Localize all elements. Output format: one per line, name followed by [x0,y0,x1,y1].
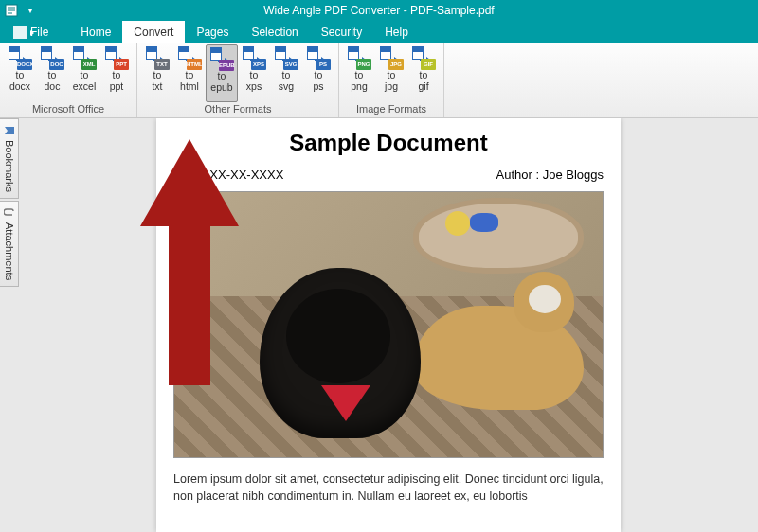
convert-to-ppt-button[interactable]: PPTtoppt [100,44,133,102]
doc-image [173,191,604,458]
rbtn-label-line1: to [355,70,364,80]
convert-to-docx-button[interactable]: DOCXtodocx [4,44,36,102]
file-doc-icon: DOC [41,46,63,69]
rbtn-label-line2: gif [418,81,428,92]
side-tab-bookmarks[interactable]: Bookmarks [0,118,19,199]
menu-bar: File HomeConvertPagesSelectionSecurityHe… [0,21,758,43]
rbtn-label-line2: doc [45,81,61,92]
menu-selection[interactable]: Selection [240,21,309,43]
rbtn-label-line1: to [113,70,121,80]
ribbon-group-label: Image Formats [356,102,426,117]
rbtn-label-line1: to [153,70,162,80]
ribbon-group-image-formats: PNGtopngJPGtojpgGIFtogifImage Formats [339,43,444,117]
convert-to-epub-button[interactable]: EPUBtoepub [206,44,238,102]
rbtn-label-line2: png [351,81,368,92]
file-html-icon: HTML [178,46,201,69]
rbtn-label-line2: svg [279,81,294,92]
rbtn-label-line2: jpg [385,81,398,92]
convert-to-excel-button[interactable]: XMLtoexcel [68,44,100,102]
menu-help[interactable]: Help [373,21,420,43]
app-icon [4,3,19,18]
pdf-page: Sample Document Date : XX-XX-XXXX Author… [156,118,621,532]
convert-to-gif-button[interactable]: GIFtogif [407,44,440,102]
file-xps-icon: XPS [243,46,265,69]
window-title: Wide Angle PDF Converter - PDF-Sample.pd… [0,4,758,17]
title-bar: ▾ Wide Angle PDF Converter - PDF-Sample.… [0,0,758,21]
menu-convert[interactable]: Convert [122,21,185,43]
side-tab-attachments[interactable]: Attachments [0,201,19,287]
ribbon-group-other-formats: TXTtotxtHTMLtohtmlEPUBtoepubXPStoxpsSVGt… [137,43,339,117]
convert-to-doc-button[interactable]: DOCtodoc [36,44,68,102]
file-gif-icon: GIF [412,46,435,69]
menu-pages[interactable]: Pages [185,21,240,43]
rbtn-label-line2: excel [73,81,97,92]
convert-to-svg-button[interactable]: SVGtosvg [270,44,302,102]
rbtn-label-line1: to [218,71,226,81]
workspace: Bookmarks Attachments Sample Document Da… [0,118,758,532]
rbtn-label-line2: epub [210,82,232,93]
convert-to-ps-button[interactable]: PStops [302,44,334,102]
menu-security[interactable]: Security [310,21,373,43]
file-png-icon: PNG [348,46,370,69]
rbtn-label-line1: to [388,70,396,80]
qat-customize-icon[interactable]: ▾ [28,7,32,15]
file-ps-icon: PS [307,46,330,69]
file-excel-icon: XML [73,46,96,69]
bookmark-icon [4,125,15,136]
ribbon-group-label: Microsoft Office [32,102,104,117]
rbtn-label-line1: to [16,70,25,80]
ribbon-group-label: Other Formats [205,102,272,117]
file-txt-icon: TXT [146,46,169,69]
rbtn-label-line1: to [186,70,194,80]
doc-body-text: Lorem ipsum dolor sit amet, consectetur … [173,471,604,505]
side-tabs: Bookmarks Attachments [0,118,19,532]
convert-to-html-button[interactable]: HTMLtohtml [173,44,206,102]
menu-file[interactable]: File [2,21,69,43]
rbtn-label-line2: ps [313,81,323,92]
rbtn-label-line2: xps [246,81,262,92]
rbtn-label-line1: to [48,70,57,80]
rbtn-label-line1: to [81,70,89,80]
rbtn-label-line2: txt [152,81,162,92]
doc-author: Author : Joe Bloggs [496,168,604,182]
side-tab-bookmarks-label: Bookmarks [4,140,15,192]
rbtn-label-line1: to [282,70,291,80]
document-viewport[interactable]: Sample Document Date : XX-XX-XXXX Author… [19,118,758,532]
file-ppt-icon: PPT [105,46,128,69]
menu-home[interactable]: Home [69,21,122,43]
convert-to-png-button[interactable]: PNGtopng [343,44,375,102]
file-svg-icon: SVG [275,46,298,69]
ribbon-group-microsoft-office: DOCXtodocxDOCtodocXMLtoexcelPPTtopptMicr… [0,43,137,117]
page-title: Sample Document [173,130,604,156]
rbtn-label-line1: to [315,70,323,80]
rbtn-label-line2: ppt [110,81,124,92]
file-epub-icon: EPUB [210,47,233,70]
paperclip-icon [4,207,15,219]
side-tab-attachments-label: Attachments [4,222,15,280]
file-jpg-icon: JPG [380,46,403,69]
ribbon: DOCXtodocxDOCtodocXMLtoexcelPPTtopptMicr… [0,43,758,118]
rbtn-label-line2: docx [9,81,30,92]
rbtn-label-line2: html [180,81,199,92]
rbtn-label-line1: to [250,70,259,80]
file-docx-icon: DOCX [9,46,31,69]
file-menu-icon [13,26,27,39]
convert-to-txt-button[interactable]: TXTtotxt [141,44,173,102]
ribbon-spacer [444,43,758,117]
convert-to-xps-button[interactable]: XPStoxps [238,44,270,102]
rbtn-label-line1: to [420,70,428,80]
convert-to-jpg-button[interactable]: JPGtojpg [375,44,407,102]
doc-date: Date : XX-XX-XXXX [173,168,283,182]
